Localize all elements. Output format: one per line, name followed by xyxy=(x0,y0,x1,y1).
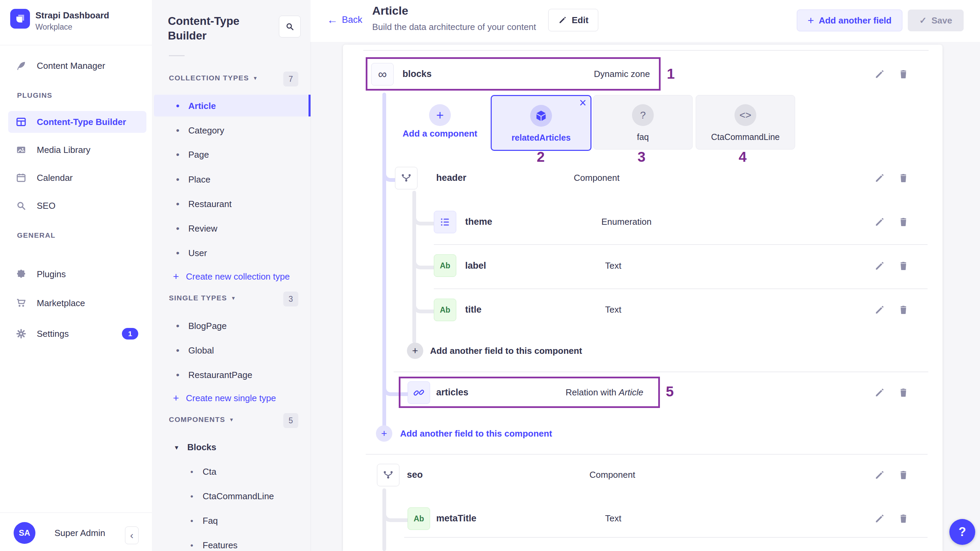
component-icon xyxy=(395,167,417,190)
edit-field-button[interactable] xyxy=(874,68,886,80)
field-name: header xyxy=(436,173,466,183)
collection-types-header[interactable]: COLLECTION TYPES ▾ xyxy=(169,74,257,82)
magnifier-icon xyxy=(16,200,27,211)
add-field-to-component-label[interactable]: Add another field to this component xyxy=(400,428,552,439)
save-label: Save xyxy=(932,15,952,26)
search-button[interactable] xyxy=(279,16,301,37)
panel-item-label: Cta xyxy=(203,467,216,477)
panel-item-faq[interactable]: •Faq xyxy=(190,516,218,526)
delete-field-button[interactable] xyxy=(898,469,910,481)
delete-field-button[interactable] xyxy=(898,304,910,316)
panel-item-user[interactable]: •User xyxy=(176,248,207,258)
edit-field-button[interactable] xyxy=(874,387,886,398)
create-single-type-link[interactable]: +Create new single type xyxy=(173,392,276,404)
delete-field-button[interactable] xyxy=(898,172,910,184)
delete-field-button[interactable] xyxy=(898,216,910,228)
panel-item-features[interactable]: •Features xyxy=(190,540,238,551)
component-group-blocks[interactable]: ▾Blocks xyxy=(175,442,216,452)
component-card-relatedarticles[interactable]: × relatedArticles xyxy=(491,95,592,151)
delete-field-button[interactable] xyxy=(898,68,910,80)
bullet-icon: • xyxy=(176,174,188,185)
chevron-down-icon: ▾ xyxy=(254,75,257,82)
panel-item-label: Page xyxy=(188,150,209,160)
check-icon: ✓ xyxy=(920,15,927,26)
bullet-icon: • xyxy=(176,223,188,234)
sidebar-item-content-manager[interactable]: Content Manager xyxy=(8,55,146,76)
panel-item-review[interactable]: •Review xyxy=(176,223,217,234)
delete-field-button[interactable] xyxy=(898,513,910,524)
panel-item-article[interactable]: •Article xyxy=(176,100,216,111)
sidebar-item-label: Marketplace xyxy=(37,298,85,309)
sidebar-item-plugins[interactable]: Plugins xyxy=(8,263,146,285)
panel-title: Content-Type Builder xyxy=(168,14,270,43)
add-field-to-component-label[interactable]: Add another field to this component xyxy=(430,346,582,356)
create-link-label: Create new collection type xyxy=(186,271,290,282)
divider xyxy=(434,288,928,289)
annotation-number-5: 5 xyxy=(660,384,680,399)
panel-item-label: Place xyxy=(188,174,210,185)
add-field-to-component-button[interactable]: + xyxy=(407,342,423,359)
component-card-ctacommandline[interactable]: <> CtaCommandLine xyxy=(696,95,795,150)
panel-item-restaurant[interactable]: •Restaurant xyxy=(176,199,232,209)
component-card-faq[interactable]: ? faq xyxy=(593,95,693,150)
collection-types-count: 7 xyxy=(283,72,298,86)
sidebar-item-seo[interactable]: SEO xyxy=(8,195,146,217)
text-field-icon: Ab xyxy=(407,507,430,530)
sidebar-item-calendar[interactable]: Calendar xyxy=(8,167,146,189)
chevron-down-icon: ▾ xyxy=(175,444,187,451)
panel-item-blogpage[interactable]: •BlogPage xyxy=(176,320,227,331)
add-another-field-button[interactable]: + Add another field xyxy=(797,10,902,31)
relation-icon xyxy=(407,381,430,404)
back-link[interactable]: ← Back xyxy=(327,14,362,26)
save-button[interactable]: ✓ Save xyxy=(908,10,964,31)
avatar[interactable]: SA xyxy=(14,522,35,544)
plus-icon: + xyxy=(173,392,186,404)
panel-item-place[interactable]: •Place xyxy=(176,174,210,185)
add-component-button[interactable]: + xyxy=(429,104,451,126)
edit-field-button[interactable] xyxy=(874,172,886,184)
panel-item-page[interactable]: •Page xyxy=(176,149,209,160)
feather-icon xyxy=(16,60,27,71)
panel-item-restaurantpage[interactable]: •RestaurantPage xyxy=(176,369,252,381)
sidebar-item-content-type-builder[interactable]: Content-Type Builder xyxy=(8,111,146,133)
panel-item-label: BlogPage xyxy=(188,321,227,331)
sidebar-item-media-library[interactable]: Media Library xyxy=(8,139,146,161)
field-name: blocks xyxy=(402,69,432,79)
panel-item-cta[interactable]: •Cta xyxy=(190,467,216,477)
panel-item-ctacommandline[interactable]: •CtaCommandLine xyxy=(190,491,274,502)
edit-field-button[interactable] xyxy=(874,513,886,524)
field-name: label xyxy=(465,261,486,271)
collapse-sidebar-button[interactable]: ‹ xyxy=(125,527,138,544)
add-field-to-component-button[interactable]: + xyxy=(376,425,392,442)
divider xyxy=(0,45,152,45)
plugins-section-label: PLUGINS xyxy=(17,91,52,99)
page-header: ← Back Article Build the data architectu… xyxy=(310,0,980,42)
bullet-icon: • xyxy=(176,320,188,331)
divider xyxy=(434,244,928,245)
bullet-icon: • xyxy=(176,369,188,381)
delete-field-button[interactable] xyxy=(898,387,910,398)
edit-field-button[interactable] xyxy=(874,216,886,228)
close-icon[interactable]: × xyxy=(579,97,586,109)
panel-item-label: Global xyxy=(188,345,214,356)
field-type: Text xyxy=(605,261,621,271)
edit-field-button[interactable] xyxy=(874,469,886,481)
component-card-label: CtaCommandLine xyxy=(696,132,795,142)
components-header[interactable]: COMPONENTS ▾ xyxy=(169,416,233,424)
sidebar-item-label: Calendar xyxy=(37,173,73,183)
components-count: 5 xyxy=(283,413,298,428)
active-item-indicator xyxy=(309,95,310,116)
bullet-icon: • xyxy=(190,467,203,477)
divider xyxy=(404,537,928,538)
edit-field-button[interactable] xyxy=(874,260,886,272)
divider xyxy=(366,454,928,455)
create-collection-type-link[interactable]: +Create new collection type xyxy=(173,271,290,282)
sidebar-item-marketplace[interactable]: Marketplace xyxy=(8,292,146,314)
panel-item-global[interactable]: •Global xyxy=(176,345,214,356)
single-types-header[interactable]: SINGLE TYPES ▾ xyxy=(169,294,235,302)
panel-item-category[interactable]: •Category xyxy=(176,125,224,136)
edit-button[interactable]: Edit xyxy=(548,9,598,31)
help-button[interactable]: ? xyxy=(949,519,975,545)
delete-field-button[interactable] xyxy=(898,260,910,272)
edit-field-button[interactable] xyxy=(874,304,886,316)
